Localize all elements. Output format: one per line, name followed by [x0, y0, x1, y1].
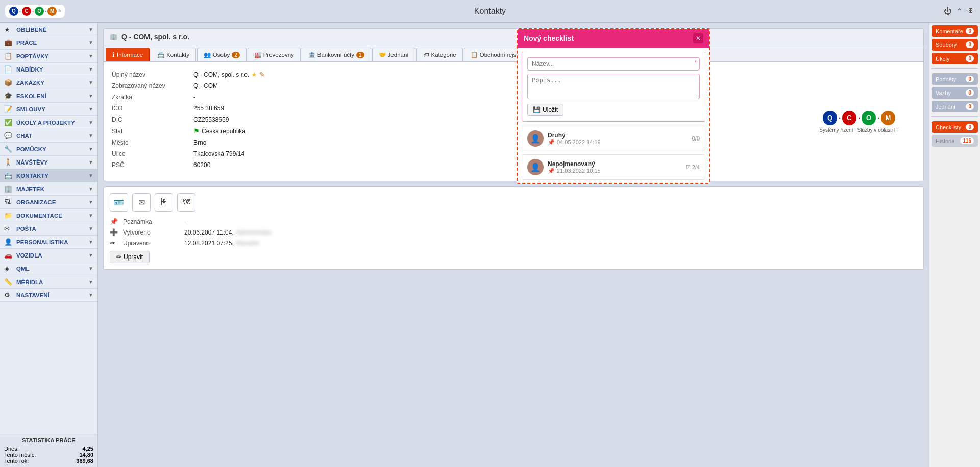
- database-btn[interactable]: 🗄: [155, 193, 173, 212]
- tab-label-1: Kontakty: [166, 52, 189, 58]
- tab-informace[interactable]: ℹ Informace: [106, 48, 150, 61]
- sidebar-label-15: POŠTA: [16, 226, 88, 232]
- rp-btn-soubory[interactable]: Soubory 0: [932, 39, 978, 51]
- logo-c: C: [22, 7, 31, 16]
- id-card-btn[interactable]: 🪪: [110, 193, 128, 212]
- tab-provozovny[interactable]: 🏭 Provozovny: [248, 48, 301, 61]
- field-label-2: Zkratka: [112, 94, 193, 101]
- sidebar-label-0: OBLÍBENÉ: [16, 27, 88, 33]
- sidebar-item-nastavení[interactable]: ⚙ NASTAVENÍ ▼: [0, 289, 97, 302]
- tab-jednání[interactable]: 🤝 Jednání: [372, 48, 415, 61]
- tab-icon-0: ℹ: [112, 51, 115, 58]
- sidebar-item-qml[interactable]: ◈ QML ▼: [0, 262, 97, 275]
- rp-badge-6: 0: [966, 124, 974, 130]
- checklist-name-input[interactable]: [527, 57, 700, 71]
- edit-small-icon[interactable]: ✎: [259, 71, 265, 78]
- checklist-item-info-0: Druhý 📌 04.05.2022 14:19: [548, 132, 688, 146]
- tab-label-5: Jednání: [388, 52, 409, 58]
- sidebar-chevron-1: ▼: [88, 40, 93, 45]
- sidebar-item-nabídky[interactable]: 📄 NABÍDKY ▼: [0, 63, 97, 76]
- sidebar-icon-8: 💬: [4, 132, 13, 139]
- sidebar-chevron-19: ▼: [88, 279, 93, 285]
- rp-label-5: Jednání: [936, 104, 955, 110]
- tab-osoby[interactable]: 👥 Osoby 2: [197, 48, 247, 61]
- sidebar-label-13: ORGANIZACE: [16, 199, 88, 205]
- field-value-8: 60200: [193, 161, 210, 169]
- checklist-save-button[interactable]: 💾 Uložit: [527, 104, 564, 116]
- checklist-desc-input[interactable]: [527, 74, 700, 99]
- checklist-close-button[interactable]: ✕: [693, 33, 703, 43]
- meta-row-0: 📌 Poznámka -: [110, 218, 917, 225]
- field-label-5: Stát: [112, 128, 193, 135]
- sidebar-chevron-8: ▼: [88, 133, 93, 138]
- sidebar-item-návštěvy[interactable]: 🚶 NÁVŠTĚVY ▼: [0, 156, 97, 169]
- top-bar-icons: ⏻ ⌃ 👁: [944, 7, 975, 16]
- visibility-icon[interactable]: 👁: [967, 7, 975, 16]
- sidebar-item-majetek[interactable]: 🏢 MAJETEK ▼: [0, 182, 97, 196]
- sidebar-item-eskolení[interactable]: 🎓 eSKOLENÍ ▼: [0, 89, 97, 103]
- sidebar-item-oblíbené[interactable]: ★ OBLÍBENÉ ▼: [0, 23, 97, 36]
- edit-button[interactable]: ✏ Upravit: [110, 251, 150, 263]
- rp-label-1: Soubory: [936, 42, 957, 48]
- rp-btn-checklisty[interactable]: Checklisty 0: [932, 121, 978, 133]
- field-value-2: -: [193, 94, 195, 101]
- sidebar-icon-9: 🔧: [4, 145, 13, 153]
- stat-value-0: 4,25: [83, 446, 93, 452]
- tab-icon-6: 🏷: [423, 52, 429, 58]
- sidebar-item-personalistika[interactable]: 👤 PERSONALISTIKA ▼: [0, 236, 97, 249]
- power-icon[interactable]: ⏻: [944, 7, 952, 16]
- sidebar-item-pomůcky[interactable]: 🔧 POMŮCKY ▼: [0, 143, 97, 156]
- rp-btn-vazby[interactable]: Vazby 0: [932, 87, 978, 99]
- tab-bankovní-účty[interactable]: 🏦 Bankovní účty 1: [302, 48, 371, 61]
- company-tabs: ℹ Informace 📇 Kontakty 👥 Osoby 2 🏭 Provo…: [104, 45, 923, 62]
- rp-btn-úkoly[interactable]: Úkoly 0: [932, 53, 978, 64]
- required-marker: *: [695, 60, 697, 65]
- checklist-item-1[interactable]: 👤 Nepojmenovaný 📌 21.03.2022 10:15 ☑ 2/4: [522, 154, 705, 180]
- rp-btn-komentáře[interactable]: Komentáře 0: [932, 25, 978, 37]
- tab-label-4: Bankovní účty: [317, 52, 354, 58]
- sidebar-item-práce[interactable]: 💼 PRÁCE ▼: [0, 36, 97, 50]
- sidebar-chevron-9: ▼: [88, 146, 93, 152]
- stat-label-1: Tento měsíc:: [4, 452, 36, 458]
- sidebar-item-chat[interactable]: 💬 CHAT ▼: [0, 129, 97, 143]
- checklist-title: Nový checklist: [524, 34, 574, 42]
- tab-icon-1: 📇: [157, 51, 164, 58]
- sidebar-item-úkoly-a-projekty[interactable]: ✅ ÚKOLY A PROJEKTY ▼: [0, 116, 97, 129]
- tab-kontakty[interactable]: 📇 Kontakty: [151, 48, 196, 61]
- checklist-item-info-1: Nepojmenovaný 📌 21.03.2022 10:15: [548, 160, 681, 174]
- sidebar-item-kontakty[interactable]: 📇 KONTAKTY ▼: [0, 169, 97, 182]
- checklist-item-0[interactable]: 👤 Druhý 📌 04.05.2022 14:19 0/0: [522, 126, 705, 151]
- sidebar-chevron-6: ▼: [88, 106, 93, 112]
- sidebar-icon-16: 👤: [4, 238, 13, 246]
- rp-btn-historie[interactable]: Historie 116: [932, 135, 978, 147]
- sidebar-item-pošta[interactable]: ✉ POŠTA ▼: [0, 222, 97, 236]
- sidebar-item-poptávky[interactable]: 📋 POPTÁVKY ▼: [0, 50, 97, 63]
- rp-separator-2: [932, 68, 978, 69]
- map-btn[interactable]: 🗺: [177, 193, 195, 212]
- sidebar-item-organizace[interactable]: 🏗 ORGANIZACE ▼: [0, 196, 97, 209]
- sidebar-icon-12: 🏢: [4, 185, 13, 193]
- sidebar-item-měřidla[interactable]: 📏 MĚŘIDLA ▼: [0, 275, 97, 289]
- sidebar-item-zakázky[interactable]: 📦 ZAKÁZKY ▼: [0, 76, 97, 89]
- main-content: 🏢 Q - COM, spol. s r.o. ℹ Informace 📇 Ko…: [98, 23, 929, 467]
- qcom-logo-text: Systémy řízení | Služby v oblasti IT: [819, 127, 898, 133]
- big-logo-q: Q: [823, 111, 837, 125]
- qcom-logo-big: Q · C · O · M: [823, 111, 895, 125]
- checklist-avatar-1: 👤: [527, 159, 544, 175]
- rp-btn-jednání[interactable]: Jednání 0: [932, 101, 978, 112]
- stat-label-0: Dnes:: [4, 446, 19, 452]
- right-panel: Komentáře 0 Soubory 0 Úkoly 0 Podněty 0 …: [929, 23, 980, 467]
- rp-btn-podněty[interactable]: Podněty 0: [932, 73, 978, 85]
- stat-row-1: Tento měsíc: 14,80: [4, 452, 93, 458]
- tab-kategorie[interactable]: 🏷 Kategorie: [416, 48, 463, 61]
- meta-label-0: Poznámka: [123, 218, 184, 225]
- stat-row-2: Tento rok: 389,68: [4, 458, 93, 464]
- logo-o: O: [35, 7, 44, 16]
- sidebar-item-smlouvy[interactable]: 📝 SMLOUVY ▼: [0, 103, 97, 116]
- collapse-icon[interactable]: ⌃: [956, 7, 963, 16]
- sidebar-item-vozidla[interactable]: 🚗 VOZIDLA ▼: [0, 249, 97, 262]
- meta-icon-0: 📌: [110, 218, 120, 225]
- email-btn[interactable]: ✉: [132, 193, 151, 212]
- sidebar-item-dokumentace[interactable]: 📁 DOKUMENTACE ▼: [0, 209, 97, 222]
- sidebar-stats: STATISTIKA PRÁCE Dnes: 4,25 Tento měsíc:…: [0, 434, 97, 467]
